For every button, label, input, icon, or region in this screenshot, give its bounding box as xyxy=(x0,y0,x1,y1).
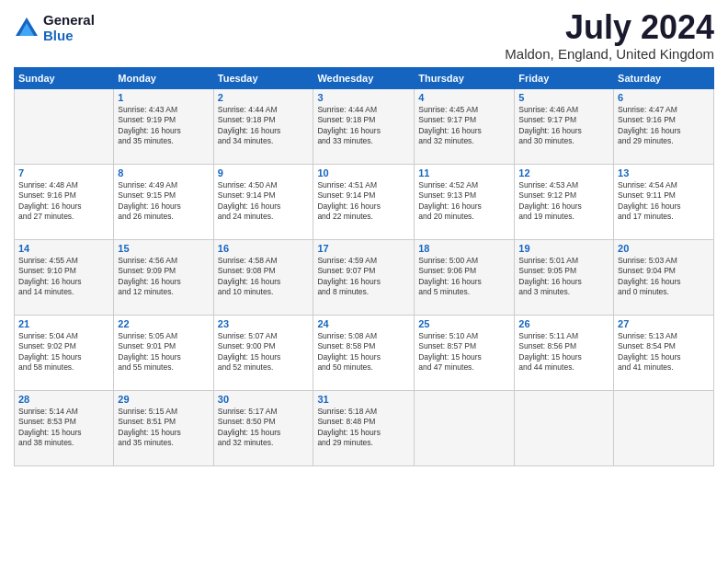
day-info: Sunrise: 4:51 AM Sunset: 9:14 PM Dayligh… xyxy=(317,180,410,223)
day-number: 24 xyxy=(317,318,410,329)
day-cell: 3Sunrise: 4:44 AM Sunset: 9:18 PM Daylig… xyxy=(313,88,415,164)
day-number: 3 xyxy=(317,92,410,103)
day-info: Sunrise: 5:10 AM Sunset: 8:57 PM Dayligh… xyxy=(418,331,510,373)
day-number: 30 xyxy=(218,394,310,405)
day-cell: 30Sunrise: 5:17 AM Sunset: 8:50 PM Dayli… xyxy=(213,390,313,465)
day-info: Sunrise: 4:59 AM Sunset: 9:07 PM Dayligh… xyxy=(317,256,410,298)
week-row-4: 21Sunrise: 5:04 AM Sunset: 9:02 PM Dayli… xyxy=(15,315,714,390)
day-cell: 31Sunrise: 5:18 AM Sunset: 8:48 PM Dayli… xyxy=(313,390,415,465)
day-number: 31 xyxy=(317,394,410,405)
day-number: 29 xyxy=(118,394,209,405)
day-cell xyxy=(15,88,114,164)
day-info: Sunrise: 4:52 AM Sunset: 9:13 PM Dayligh… xyxy=(418,180,510,223)
day-cell: 28Sunrise: 5:14 AM Sunset: 8:53 PM Dayli… xyxy=(15,390,114,465)
day-number: 17 xyxy=(317,243,410,254)
col-sunday: Sunday xyxy=(15,67,114,88)
logo-icon xyxy=(14,16,40,41)
day-info: Sunrise: 5:11 AM Sunset: 8:56 PM Dayligh… xyxy=(518,331,609,373)
day-number: 23 xyxy=(218,318,310,329)
day-number: 20 xyxy=(618,243,710,254)
day-info: Sunrise: 5:14 AM Sunset: 8:53 PM Dayligh… xyxy=(18,407,109,449)
day-number: 12 xyxy=(518,167,609,178)
day-info: Sunrise: 5:03 AM Sunset: 9:04 PM Dayligh… xyxy=(618,256,710,298)
day-cell xyxy=(614,390,714,465)
logo: General Blue xyxy=(14,13,95,43)
day-info: Sunrise: 4:53 AM Sunset: 9:12 PM Dayligh… xyxy=(518,180,609,223)
day-number: 14 xyxy=(18,243,109,254)
day-info: Sunrise: 4:54 AM Sunset: 9:11 PM Dayligh… xyxy=(618,180,710,223)
day-info: Sunrise: 5:15 AM Sunset: 8:51 PM Dayligh… xyxy=(118,407,209,449)
calendar-page: General Blue July 2024 Maldon, England, … xyxy=(0,0,728,563)
day-info: Sunrise: 4:43 AM Sunset: 9:19 PM Dayligh… xyxy=(118,105,209,147)
day-info: Sunrise: 4:44 AM Sunset: 9:18 PM Dayligh… xyxy=(317,105,410,147)
day-info: Sunrise: 5:13 AM Sunset: 8:54 PM Dayligh… xyxy=(618,331,710,373)
day-number: 28 xyxy=(18,394,109,405)
day-info: Sunrise: 5:05 AM Sunset: 9:01 PM Dayligh… xyxy=(118,331,209,373)
day-number: 18 xyxy=(418,243,510,254)
day-cell: 14Sunrise: 4:55 AM Sunset: 9:10 PM Dayli… xyxy=(15,239,114,315)
day-number: 19 xyxy=(518,243,609,254)
day-cell: 4Sunrise: 4:45 AM Sunset: 9:17 PM Daylig… xyxy=(415,88,515,164)
day-cell: 1Sunrise: 4:43 AM Sunset: 9:19 PM Daylig… xyxy=(114,88,213,164)
day-info: Sunrise: 5:00 AM Sunset: 9:06 PM Dayligh… xyxy=(418,256,510,298)
day-number: 22 xyxy=(118,318,209,329)
calendar-body: 1Sunrise: 4:43 AM Sunset: 9:19 PM Daylig… xyxy=(15,88,714,465)
day-info: Sunrise: 5:01 AM Sunset: 9:05 PM Dayligh… xyxy=(518,256,609,298)
day-cell: 7Sunrise: 4:48 AM Sunset: 9:16 PM Daylig… xyxy=(15,164,114,239)
day-info: Sunrise: 4:58 AM Sunset: 9:08 PM Dayligh… xyxy=(218,256,310,298)
day-cell xyxy=(415,390,515,465)
day-cell: 5Sunrise: 4:46 AM Sunset: 9:17 PM Daylig… xyxy=(515,88,614,164)
day-cell: 19Sunrise: 5:01 AM Sunset: 9:05 PM Dayli… xyxy=(515,239,614,315)
logo-general: General xyxy=(43,13,95,29)
day-info: Sunrise: 4:56 AM Sunset: 9:09 PM Dayligh… xyxy=(118,256,209,298)
day-cell: 12Sunrise: 4:53 AM Sunset: 9:12 PM Dayli… xyxy=(515,164,614,239)
day-cell: 21Sunrise: 5:04 AM Sunset: 9:02 PM Dayli… xyxy=(15,315,114,390)
day-info: Sunrise: 5:08 AM Sunset: 8:58 PM Dayligh… xyxy=(317,331,410,373)
title-block: July 2024 Maldon, England, United Kingdo… xyxy=(505,9,714,62)
day-number: 7 xyxy=(18,167,109,178)
day-cell: 16Sunrise: 4:58 AM Sunset: 9:08 PM Dayli… xyxy=(213,239,313,315)
logo-text: General Blue xyxy=(43,13,95,43)
col-tuesday: Tuesday xyxy=(213,67,313,88)
col-monday: Monday xyxy=(114,67,213,88)
day-number: 25 xyxy=(418,318,510,329)
week-row-3: 14Sunrise: 4:55 AM Sunset: 9:10 PM Dayli… xyxy=(15,239,714,315)
day-cell: 8Sunrise: 4:49 AM Sunset: 9:15 PM Daylig… xyxy=(114,164,213,239)
col-wednesday: Wednesday xyxy=(313,67,415,88)
day-cell: 9Sunrise: 4:50 AM Sunset: 9:14 PM Daylig… xyxy=(213,164,313,239)
col-saturday: Saturday xyxy=(614,67,714,88)
day-cell: 13Sunrise: 4:54 AM Sunset: 9:11 PM Dayli… xyxy=(614,164,714,239)
day-info: Sunrise: 5:04 AM Sunset: 9:02 PM Dayligh… xyxy=(18,331,109,373)
day-number: 8 xyxy=(118,167,209,178)
col-thursday: Thursday xyxy=(415,67,515,88)
day-number: 1 xyxy=(118,92,209,103)
day-cell: 17Sunrise: 4:59 AM Sunset: 9:07 PM Dayli… xyxy=(313,239,415,315)
calendar-header: Sunday Monday Tuesday Wednesday Thursday… xyxy=(15,67,714,88)
day-info: Sunrise: 4:50 AM Sunset: 9:14 PM Dayligh… xyxy=(218,180,310,223)
day-cell: 2Sunrise: 4:44 AM Sunset: 9:18 PM Daylig… xyxy=(213,88,313,164)
day-number: 15 xyxy=(118,243,209,254)
logo-blue: Blue xyxy=(43,29,95,44)
day-number: 10 xyxy=(317,167,410,178)
day-info: Sunrise: 5:18 AM Sunset: 8:48 PM Dayligh… xyxy=(317,407,410,449)
day-cell: 22Sunrise: 5:05 AM Sunset: 9:01 PM Dayli… xyxy=(114,315,213,390)
day-info: Sunrise: 4:47 AM Sunset: 9:16 PM Dayligh… xyxy=(618,105,710,147)
day-number: 27 xyxy=(618,318,710,329)
col-friday: Friday xyxy=(515,67,614,88)
day-number: 26 xyxy=(518,318,609,329)
day-cell: 25Sunrise: 5:10 AM Sunset: 8:57 PM Dayli… xyxy=(415,315,515,390)
day-cell: 26Sunrise: 5:11 AM Sunset: 8:56 PM Dayli… xyxy=(515,315,614,390)
day-info: Sunrise: 5:17 AM Sunset: 8:50 PM Dayligh… xyxy=(218,407,310,449)
calendar-table: Sunday Monday Tuesday Wednesday Thursday… xyxy=(14,67,714,466)
day-number: 9 xyxy=(218,167,310,178)
day-number: 4 xyxy=(418,92,510,103)
day-info: Sunrise: 4:49 AM Sunset: 9:15 PM Dayligh… xyxy=(118,180,209,223)
day-info: Sunrise: 4:45 AM Sunset: 9:17 PM Dayligh… xyxy=(418,105,510,147)
day-cell: 29Sunrise: 5:15 AM Sunset: 8:51 PM Dayli… xyxy=(114,390,213,465)
day-cell: 23Sunrise: 5:07 AM Sunset: 9:00 PM Dayli… xyxy=(213,315,313,390)
day-cell: 11Sunrise: 4:52 AM Sunset: 9:13 PM Dayli… xyxy=(415,164,515,239)
day-cell: 10Sunrise: 4:51 AM Sunset: 9:14 PM Dayli… xyxy=(313,164,415,239)
day-info: Sunrise: 4:55 AM Sunset: 9:10 PM Dayligh… xyxy=(18,256,109,298)
day-info: Sunrise: 4:48 AM Sunset: 9:16 PM Dayligh… xyxy=(18,180,109,223)
day-number: 13 xyxy=(618,167,710,178)
